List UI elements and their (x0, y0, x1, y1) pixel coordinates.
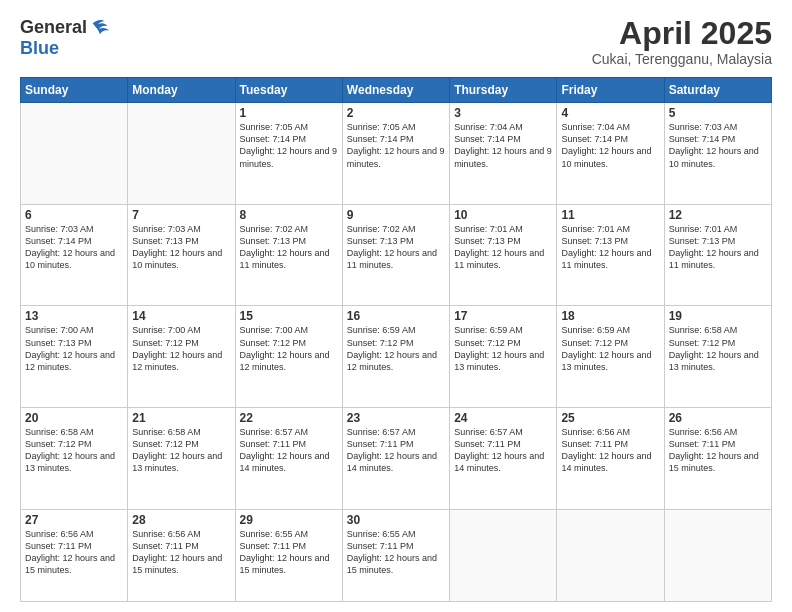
day-info: Sunrise: 7:03 AMSunset: 7:14 PMDaylight:… (25, 223, 123, 272)
day-number: 29 (240, 513, 338, 527)
day-info: Sunrise: 6:57 AMSunset: 7:11 PMDaylight:… (240, 426, 338, 475)
day-info: Sunrise: 6:57 AMSunset: 7:11 PMDaylight:… (347, 426, 445, 475)
table-row: 22Sunrise: 6:57 AMSunset: 7:11 PMDayligh… (235, 408, 342, 510)
day-number: 12 (669, 208, 767, 222)
day-info: Sunrise: 7:04 AMSunset: 7:14 PMDaylight:… (561, 121, 659, 170)
day-number: 6 (25, 208, 123, 222)
header: General Blue April 2025 Cukai, Terenggan… (20, 16, 772, 67)
day-number: 19 (669, 309, 767, 323)
day-info: Sunrise: 6:56 AMSunset: 7:11 PMDaylight:… (25, 528, 123, 577)
table-row: 25Sunrise: 6:56 AMSunset: 7:11 PMDayligh… (557, 408, 664, 510)
table-row (450, 509, 557, 601)
logo-blue-text: Blue (20, 38, 59, 59)
table-row: 21Sunrise: 6:58 AMSunset: 7:12 PMDayligh… (128, 408, 235, 510)
day-number: 17 (454, 309, 552, 323)
calendar-week-row: 20Sunrise: 6:58 AMSunset: 7:12 PMDayligh… (21, 408, 772, 510)
table-row: 16Sunrise: 6:59 AMSunset: 7:12 PMDayligh… (342, 306, 449, 408)
day-info: Sunrise: 6:58 AMSunset: 7:12 PMDaylight:… (132, 426, 230, 475)
day-info: Sunrise: 6:59 AMSunset: 7:12 PMDaylight:… (454, 324, 552, 373)
table-row (21, 103, 128, 205)
day-number: 15 (240, 309, 338, 323)
calendar-week-row: 27Sunrise: 6:56 AMSunset: 7:11 PMDayligh… (21, 509, 772, 601)
weekday-header-row: Sunday Monday Tuesday Wednesday Thursday… (21, 78, 772, 103)
table-row: 4Sunrise: 7:04 AMSunset: 7:14 PMDaylight… (557, 103, 664, 205)
header-monday: Monday (128, 78, 235, 103)
day-number: 14 (132, 309, 230, 323)
logo: General Blue (20, 16, 111, 59)
day-number: 2 (347, 106, 445, 120)
day-number: 7 (132, 208, 230, 222)
day-info: Sunrise: 7:04 AMSunset: 7:14 PMDaylight:… (454, 121, 552, 170)
day-info: Sunrise: 6:55 AMSunset: 7:11 PMDaylight:… (240, 528, 338, 577)
header-tuesday: Tuesday (235, 78, 342, 103)
table-row: 18Sunrise: 6:59 AMSunset: 7:12 PMDayligh… (557, 306, 664, 408)
table-row: 19Sunrise: 6:58 AMSunset: 7:12 PMDayligh… (664, 306, 771, 408)
day-number: 30 (347, 513, 445, 527)
location: Cukai, Terengganu, Malaysia (592, 51, 772, 67)
day-number: 1 (240, 106, 338, 120)
header-saturday: Saturday (664, 78, 771, 103)
day-info: Sunrise: 6:59 AMSunset: 7:12 PMDaylight:… (561, 324, 659, 373)
table-row: 14Sunrise: 7:00 AMSunset: 7:12 PMDayligh… (128, 306, 235, 408)
day-number: 28 (132, 513, 230, 527)
logo-bird-icon (89, 16, 111, 38)
table-row: 3Sunrise: 7:04 AMSunset: 7:14 PMDaylight… (450, 103, 557, 205)
day-info: Sunrise: 7:01 AMSunset: 7:13 PMDaylight:… (561, 223, 659, 272)
day-number: 27 (25, 513, 123, 527)
day-number: 8 (240, 208, 338, 222)
day-number: 16 (347, 309, 445, 323)
table-row: 15Sunrise: 7:00 AMSunset: 7:12 PMDayligh… (235, 306, 342, 408)
table-row: 7Sunrise: 7:03 AMSunset: 7:13 PMDaylight… (128, 204, 235, 306)
table-row: 27Sunrise: 6:56 AMSunset: 7:11 PMDayligh… (21, 509, 128, 601)
day-info: Sunrise: 7:00 AMSunset: 7:12 PMDaylight:… (132, 324, 230, 373)
day-info: Sunrise: 6:55 AMSunset: 7:11 PMDaylight:… (347, 528, 445, 577)
day-info: Sunrise: 6:58 AMSunset: 7:12 PMDaylight:… (669, 324, 767, 373)
day-info: Sunrise: 6:56 AMSunset: 7:11 PMDaylight:… (132, 528, 230, 577)
day-info: Sunrise: 6:59 AMSunset: 7:12 PMDaylight:… (347, 324, 445, 373)
day-info: Sunrise: 7:00 AMSunset: 7:13 PMDaylight:… (25, 324, 123, 373)
calendar-week-row: 13Sunrise: 7:00 AMSunset: 7:13 PMDayligh… (21, 306, 772, 408)
calendar-week-row: 1Sunrise: 7:05 AMSunset: 7:14 PMDaylight… (21, 103, 772, 205)
table-row: 20Sunrise: 6:58 AMSunset: 7:12 PMDayligh… (21, 408, 128, 510)
table-row: 5Sunrise: 7:03 AMSunset: 7:14 PMDaylight… (664, 103, 771, 205)
day-info: Sunrise: 6:57 AMSunset: 7:11 PMDaylight:… (454, 426, 552, 475)
table-row: 28Sunrise: 6:56 AMSunset: 7:11 PMDayligh… (128, 509, 235, 601)
table-row: 13Sunrise: 7:00 AMSunset: 7:13 PMDayligh… (21, 306, 128, 408)
table-row: 1Sunrise: 7:05 AMSunset: 7:14 PMDaylight… (235, 103, 342, 205)
day-info: Sunrise: 7:02 AMSunset: 7:13 PMDaylight:… (347, 223, 445, 272)
table-row: 24Sunrise: 6:57 AMSunset: 7:11 PMDayligh… (450, 408, 557, 510)
day-number: 3 (454, 106, 552, 120)
table-row: 26Sunrise: 6:56 AMSunset: 7:11 PMDayligh… (664, 408, 771, 510)
day-info: Sunrise: 7:02 AMSunset: 7:13 PMDaylight:… (240, 223, 338, 272)
table-row: 9Sunrise: 7:02 AMSunset: 7:13 PMDaylight… (342, 204, 449, 306)
table-row: 23Sunrise: 6:57 AMSunset: 7:11 PMDayligh… (342, 408, 449, 510)
day-number: 24 (454, 411, 552, 425)
logo-general-text: General (20, 17, 87, 38)
day-info: Sunrise: 6:56 AMSunset: 7:11 PMDaylight:… (669, 426, 767, 475)
table-row: 29Sunrise: 6:55 AMSunset: 7:11 PMDayligh… (235, 509, 342, 601)
table-row: 30Sunrise: 6:55 AMSunset: 7:11 PMDayligh… (342, 509, 449, 601)
day-number: 21 (132, 411, 230, 425)
day-info: Sunrise: 7:03 AMSunset: 7:13 PMDaylight:… (132, 223, 230, 272)
title-area: April 2025 Cukai, Terengganu, Malaysia (592, 16, 772, 67)
day-number: 20 (25, 411, 123, 425)
day-number: 11 (561, 208, 659, 222)
day-info: Sunrise: 6:56 AMSunset: 7:11 PMDaylight:… (561, 426, 659, 475)
day-number: 9 (347, 208, 445, 222)
day-number: 26 (669, 411, 767, 425)
day-number: 25 (561, 411, 659, 425)
table-row: 8Sunrise: 7:02 AMSunset: 7:13 PMDaylight… (235, 204, 342, 306)
header-thursday: Thursday (450, 78, 557, 103)
day-info: Sunrise: 7:05 AMSunset: 7:14 PMDaylight:… (347, 121, 445, 170)
day-number: 18 (561, 309, 659, 323)
table-row (557, 509, 664, 601)
day-number: 10 (454, 208, 552, 222)
day-info: Sunrise: 6:58 AMSunset: 7:12 PMDaylight:… (25, 426, 123, 475)
header-wednesday: Wednesday (342, 78, 449, 103)
table-row: 10Sunrise: 7:01 AMSunset: 7:13 PMDayligh… (450, 204, 557, 306)
header-sunday: Sunday (21, 78, 128, 103)
calendar-week-row: 6Sunrise: 7:03 AMSunset: 7:14 PMDaylight… (21, 204, 772, 306)
day-info: Sunrise: 7:05 AMSunset: 7:14 PMDaylight:… (240, 121, 338, 170)
day-info: Sunrise: 7:03 AMSunset: 7:14 PMDaylight:… (669, 121, 767, 170)
day-number: 13 (25, 309, 123, 323)
